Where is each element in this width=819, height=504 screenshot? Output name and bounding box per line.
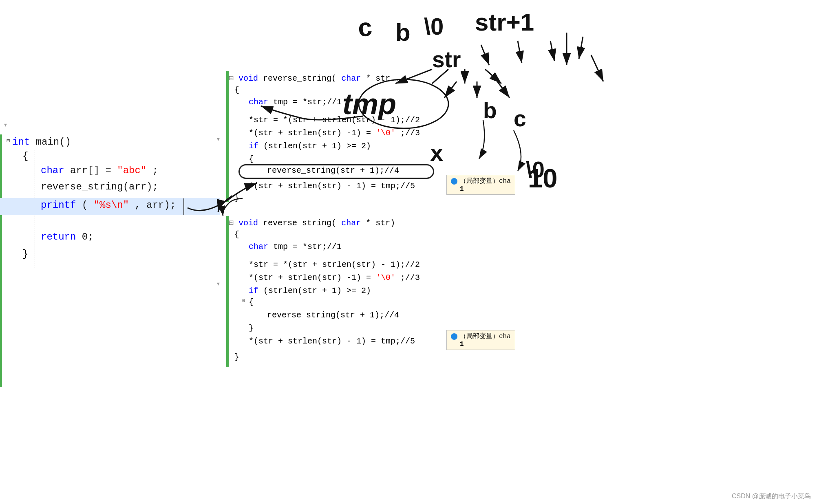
svg-line-20 bbox=[550, 41, 554, 61]
svg-text:str: str bbox=[432, 47, 461, 72]
svg-line-7 bbox=[432, 69, 448, 84]
bottom-tooltip-value: 1 bbox=[451, 341, 511, 348]
tooltip-header: （局部变量）cha bbox=[451, 177, 511, 185]
bottom-panel-green-bar bbox=[226, 216, 229, 367]
watermark: CSDN @庞诚的电子小菜鸟 bbox=[732, 492, 811, 501]
bottom-panel-header: ⊟ void reverse_string( char * str) bbox=[229, 218, 395, 228]
bottom-brace-open: { bbox=[234, 230, 239, 239]
left-code-panel: ⊟ int main() { char arr[] = "abc" ; reve… bbox=[0, 0, 220, 504]
svg-text:\0: \0 bbox=[424, 13, 444, 40]
svg-text:b: b bbox=[483, 98, 497, 123]
reverse-call-line: reverse_string(arr); bbox=[41, 181, 158, 192]
bottom-tmp-restore-line: *(str + strlen(str) - 1) = tmp;//5 bbox=[249, 337, 415, 346]
svg-line-18 bbox=[481, 45, 489, 65]
bottom-recursive-call: reverse_string(str + 1);//4 bbox=[267, 310, 399, 320]
char-arr-line: char arr[] = "abc" ; bbox=[41, 165, 158, 176]
bottom-expand-icon[interactable]: ▾ bbox=[216, 279, 221, 288]
bottom-tooltip-icon bbox=[451, 333, 457, 340]
bottom-inner-brace-close: } bbox=[249, 324, 254, 333]
watermark-text: CSDN @庞诚的电子小菜鸟 bbox=[732, 493, 811, 500]
tooltip-text: （局部变量）cha bbox=[460, 177, 511, 185]
left-green-bar bbox=[0, 134, 2, 387]
return-line: return 0; bbox=[41, 231, 94, 242]
bottom-if-line: if (strlen(str + 1) >= 2) bbox=[249, 286, 371, 295]
bottom-str-assign-line: *str = *(str + strlen(str) - 1);//2 bbox=[249, 260, 420, 269]
top-brace-close: } bbox=[234, 194, 239, 203]
close-brace-main: } bbox=[22, 249, 28, 260]
func-name: main() bbox=[36, 136, 71, 147]
expand-icon[interactable]: ▾ bbox=[3, 120, 8, 129]
top-panel-green-bar bbox=[226, 71, 229, 202]
top-str-assign-line: *str = *(str + strlen(str) - 1);//2 bbox=[249, 115, 420, 125]
svg-line-19 bbox=[518, 41, 522, 63]
top-brace-open: { bbox=[234, 85, 239, 95]
top-tmp-restore-line: *(str + strlen(str) - 1) = tmp;//5 bbox=[249, 181, 415, 191]
svg-line-21 bbox=[579, 37, 583, 59]
top-tmp-line: char tmp = *str;//1 bbox=[249, 97, 342, 107]
svg-line-16 bbox=[497, 81, 510, 98]
arr-decl: arr[] = bbox=[70, 165, 117, 176]
svg-text:b: b bbox=[395, 19, 411, 46]
keyword-int: int bbox=[12, 136, 30, 147]
cursor bbox=[183, 198, 184, 215]
tooltip-value: 1 bbox=[451, 185, 511, 193]
printf-line: printf ( "%s\n" , arr); bbox=[41, 200, 176, 211]
svg-line-6 bbox=[395, 69, 432, 84]
top-if-line: if (strlen(str + 1) >= 2) bbox=[249, 141, 371, 151]
bottom-null-assign-line: *(str + strlen(str) -1) = '\0' ;//3 bbox=[249, 273, 420, 282]
top-tooltip: （局部变量）cha 1 bbox=[446, 175, 515, 195]
svg-text:str+1: str+1 bbox=[475, 9, 534, 36]
kw-char: char bbox=[41, 165, 64, 176]
kw-printf: printf bbox=[41, 200, 76, 211]
bottom-tmp-line: char tmp = *str;//1 bbox=[249, 242, 342, 251]
tooltip-icon bbox=[451, 178, 457, 185]
svg-line-24 bbox=[591, 55, 603, 81]
svg-text:x: x bbox=[430, 139, 443, 166]
bottom-tooltip: （局部变量）cha 1 bbox=[446, 330, 515, 350]
svg-text:c: c bbox=[357, 13, 373, 42]
bottom-brace-close: } bbox=[234, 352, 239, 362]
top-panel-header: ⊟ void reverse_string( char * str … bbox=[229, 73, 400, 83]
top-recursive-call: reverse_string(str + 1);//4 bbox=[267, 166, 399, 175]
bottom-tooltip-text: （局部变量）cha bbox=[460, 332, 511, 341]
svg-text:\0: \0 bbox=[526, 157, 545, 182]
bottom-inner-brace-open: { bbox=[249, 297, 254, 307]
svg-text:10: 10 bbox=[528, 163, 557, 193]
open-brace-main: { bbox=[22, 151, 28, 162]
reverse-call: reverse_string(arr); bbox=[41, 181, 158, 192]
svg-line-9 bbox=[485, 69, 501, 84]
svg-text:c: c bbox=[514, 106, 526, 131]
main-header-line: int main() bbox=[12, 134, 71, 150]
svg-line-17 bbox=[444, 81, 457, 98]
bottom-if-collapse[interactable]: ⊟ bbox=[242, 297, 245, 304]
top-expand-icon[interactable]: ▾ bbox=[216, 134, 221, 143]
top-inner-brace: { bbox=[249, 154, 254, 164]
bottom-tooltip-header: （局部变量）cha bbox=[451, 332, 511, 341]
top-null-assign-line: *(str + strlen(str) -1) = '\0' ;//3 bbox=[249, 128, 420, 138]
str-literal: "abc" bbox=[117, 165, 146, 176]
